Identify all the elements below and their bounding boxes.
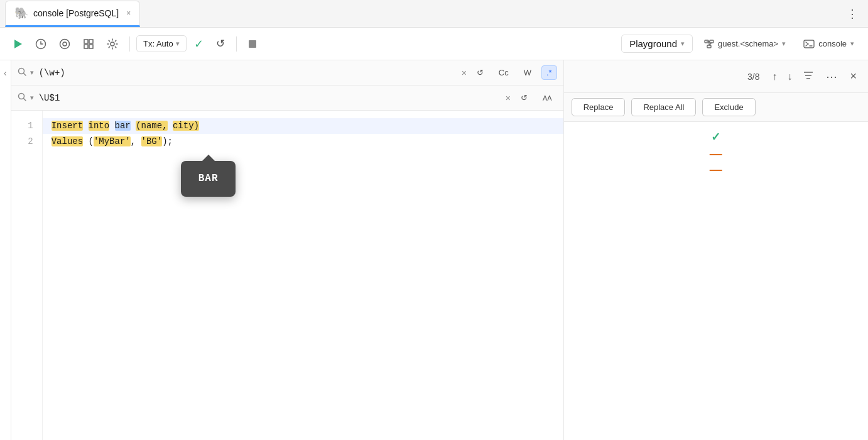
svg-rect-12 xyxy=(707,45,711,48)
tx-dropdown[interactable]: Tx: Auto ▾ xyxy=(136,35,187,52)
highlight-mybar: 'MyBar' xyxy=(94,136,131,146)
highlight-insert: Insert xyxy=(52,121,83,131)
console-chevron-icon: ▾ xyxy=(850,40,854,48)
console-label: console xyxy=(818,39,847,48)
line-number-1: 1 xyxy=(11,118,33,134)
stop-button[interactable] xyxy=(243,36,262,52)
console-tab[interactable]: 🐘 console [PostgreSQL] × xyxy=(5,1,140,27)
match-check-icon: ✓ xyxy=(711,127,720,147)
gutter-indicators: ✓ — — xyxy=(564,122,868,185)
find-dropdown-icon[interactable]: ▾ xyxy=(30,69,34,77)
results-header: 3/8 ↑ ↓ ⋯ × xyxy=(564,60,868,93)
close-search-button[interactable]: × xyxy=(846,67,860,85)
settings-button[interactable] xyxy=(102,35,123,53)
tab-bar-right: ⋮ xyxy=(842,4,863,23)
replace-input[interactable] xyxy=(39,93,502,103)
svg-line-19 xyxy=(23,74,26,76)
find-actions: × ↺ Cc W .* xyxy=(462,65,557,80)
line-number-2: 2 xyxy=(11,134,33,150)
toolbar-right: Playground ▾ guest.<schema> ▾ console ▾ xyxy=(621,35,860,53)
find-search-icon xyxy=(18,67,26,78)
schema-chevron-icon: ▾ xyxy=(782,40,786,48)
toolbar-divider-2 xyxy=(236,36,237,52)
svg-point-2 xyxy=(60,39,70,48)
more-options-button[interactable]: ⋯ xyxy=(822,67,841,86)
code-content[interactable]: Insert into bar (name, city) Values ('My… xyxy=(43,111,563,440)
tx-label: Tx: Auto xyxy=(143,39,173,48)
line-numbers: 1 2 xyxy=(11,111,43,440)
highlight-into: into xyxy=(89,121,110,131)
schema-label: guest.<schema> xyxy=(718,39,778,48)
tab-title: console [PostgreSQL] xyxy=(33,8,119,18)
tooltip-popup: BAR xyxy=(181,161,236,197)
code-editor[interactable]: 1 2 Insert into bar (name, city) Values … xyxy=(11,111,563,440)
svg-marker-0 xyxy=(14,40,22,48)
svg-point-3 xyxy=(63,42,67,46)
pin-button[interactable] xyxy=(54,35,75,53)
find-input[interactable] xyxy=(39,68,458,78)
tab-bar-left: 🐘 console [PostgreSQL] × xyxy=(5,1,140,27)
highlight-city: city) xyxy=(173,121,199,131)
whole-word-button[interactable]: W xyxy=(519,65,536,80)
find-bar: ▾ × ↺ Cc W .* xyxy=(11,60,563,85)
schema-dropdown[interactable]: guest.<schema> ▾ xyxy=(698,36,792,52)
check-button[interactable]: ✓ xyxy=(189,33,209,55)
kebab-menu-icon[interactable]: ⋮ xyxy=(842,4,863,23)
find-clear-button[interactable]: × xyxy=(462,68,467,78)
editor-container: ‹ ▾ × ↺ Cc W .* xyxy=(0,60,868,440)
regex-button[interactable]: .* xyxy=(541,65,557,80)
results-count: 3/8 xyxy=(747,72,759,82)
playground-label: Playground xyxy=(629,38,677,49)
replace-reset-button[interactable]: ↺ xyxy=(516,91,533,105)
svg-rect-4 xyxy=(84,40,88,43)
toolbar-divider-1 xyxy=(129,36,130,52)
console-dropdown[interactable]: console ▾ xyxy=(797,36,860,52)
replace-dropdown-icon[interactable]: ▾ xyxy=(30,94,34,102)
tab-close-button[interactable]: × xyxy=(126,9,131,18)
code-lines: 1 2 Insert into bar (name, city) Values … xyxy=(11,111,563,440)
exclude-button[interactable]: Exclude xyxy=(702,98,755,116)
grid-button[interactable] xyxy=(78,35,99,53)
history-button[interactable] xyxy=(30,35,52,53)
svg-rect-5 xyxy=(89,40,93,43)
replace-button[interactable]: Replace xyxy=(572,98,626,116)
replace-search-icon xyxy=(18,92,26,103)
replace-bar: ▾ × ↺ AA xyxy=(11,85,563,111)
svg-rect-11 xyxy=(710,40,713,43)
run-button[interactable] xyxy=(8,35,28,53)
svg-line-21 xyxy=(23,99,26,101)
tooltip-arrow xyxy=(202,155,215,161)
svg-point-8 xyxy=(111,42,114,46)
playground-dropdown[interactable]: Playground ▾ xyxy=(621,35,693,53)
code-line-1: Insert into bar (name, city) xyxy=(43,118,563,134)
code-line-2: Values ('MyBar', 'BG'); xyxy=(52,134,555,150)
highlight-bar: bar xyxy=(115,121,131,131)
replace-all-button[interactable]: Replace All xyxy=(631,98,696,116)
gutter-line-1: ✓ xyxy=(574,129,858,145)
replace-buttons-row: Replace Replace All Exclude xyxy=(564,93,868,122)
right-panel: 3/8 ↑ ↓ ⋯ × Replace Replace All Exclude … xyxy=(564,60,868,440)
tx-chevron-icon: ▾ xyxy=(176,40,180,48)
find-reset-button[interactable]: ↺ xyxy=(472,65,489,80)
collapse-button[interactable]: ‹ xyxy=(0,60,11,440)
filter-button[interactable] xyxy=(800,69,817,84)
tab-bar: 🐘 console [PostgreSQL] × ⋮ xyxy=(0,0,868,28)
replace-clear-button[interactable]: × xyxy=(506,93,511,103)
undo-button[interactable]: ↺ xyxy=(211,33,230,54)
gutter-line-2: — xyxy=(574,145,858,161)
toolbar: Tx: Auto ▾ ✓ ↺ Playground ▾ guest.<schem… xyxy=(0,28,868,60)
results-next-button[interactable]: ↓ xyxy=(784,69,795,85)
highlight-paren-open: (name, xyxy=(136,121,167,131)
svg-rect-7 xyxy=(89,45,93,48)
results-prev-button[interactable]: ↑ xyxy=(769,69,779,85)
replace-case-button[interactable]: AA xyxy=(538,92,557,104)
elephant-icon: 🐘 xyxy=(14,6,28,20)
editor-panel: ▾ × ↺ Cc W .* ▾ × ↺ AA xyxy=(11,60,564,440)
replace-actions: × ↺ AA xyxy=(506,91,557,105)
case-sensitive-button[interactable]: Cc xyxy=(494,65,514,80)
svg-rect-6 xyxy=(84,45,88,48)
svg-rect-9 xyxy=(249,40,256,48)
gutter-line-3: — xyxy=(574,161,858,177)
tooltip-text: BAR xyxy=(198,173,219,184)
collapse-icon: ‹ xyxy=(4,68,7,78)
